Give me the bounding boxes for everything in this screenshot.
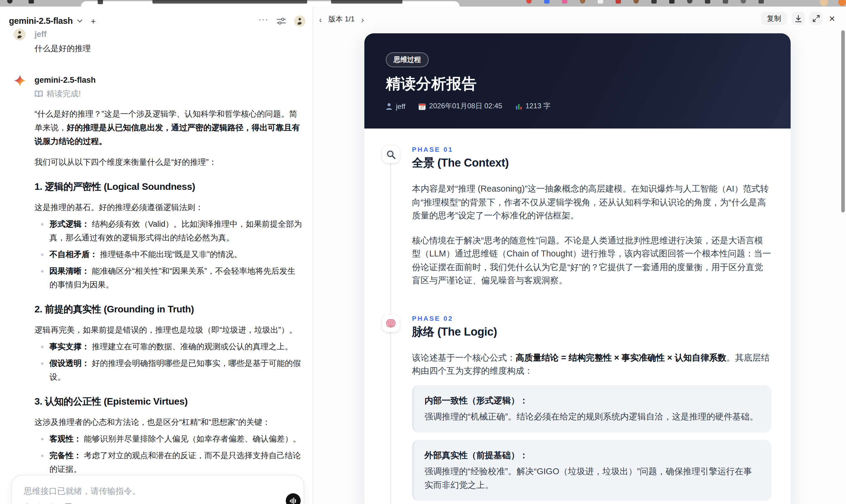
extension-icon[interactable] xyxy=(669,0,674,4)
list-item: 不自相矛盾： 推理链条中不能出现“既是又非”的情况。 xyxy=(35,248,302,261)
bullet-dot-icon xyxy=(41,253,43,256)
bullet-term: 形式逻辑： xyxy=(49,220,90,229)
chevron-down-icon[interactable] xyxy=(77,19,83,23)
bookmark-icon[interactable] xyxy=(64,503,73,504)
report-author: jeff xyxy=(386,102,405,110)
extension-icon[interactable] xyxy=(687,0,692,4)
extension-icon[interactable] xyxy=(616,0,621,4)
browser-grid-icon[interactable] xyxy=(29,0,34,4)
list-item: 因果清晰： 能准确区分“相关性”和“因果关系”，不会轻率地将先后发生的事情归为因… xyxy=(35,264,302,292)
card-title: 内部一致性（形式逻辑）： xyxy=(424,394,760,407)
phase-paragraph: 本内容是对“推理 (Reasoning)”这一抽象概念的高层建模。在知识爆炸与人… xyxy=(412,182,772,222)
extension-icon[interactable] xyxy=(705,0,710,4)
report-datetime: 17 2026年01月08日 02:45 xyxy=(419,101,503,111)
bullet-dot-icon xyxy=(41,270,43,272)
user-avatar[interactable] xyxy=(294,15,305,26)
status-line: 精读完成! xyxy=(35,88,302,100)
status-text: 精读完成! xyxy=(47,88,81,100)
extension-icon[interactable] xyxy=(651,0,657,4)
chat-messages[interactable]: jeff 什么是好的推理 xyxy=(0,29,313,504)
user-message: jeff 什么是好的推理 xyxy=(14,29,302,55)
brain-icon xyxy=(382,314,400,332)
section-desc: 这是推理的基石。好的推理必须遵循逻辑法则： xyxy=(35,200,302,214)
bullet-term: 客观性： xyxy=(49,434,82,443)
section-title: 1. 逻辑的严密性 (Logical Soundness) xyxy=(35,180,302,193)
browser-tab[interactable] xyxy=(81,1,460,6)
extension-icon[interactable] xyxy=(544,0,549,4)
panel-actions: 复制 ✕ xyxy=(761,12,836,25)
assistant-lead: 我们可以从以下四个维度来衡量什么是“好的推理”： xyxy=(35,155,302,169)
bullet-term: 事实支撑： xyxy=(49,342,90,351)
svg-text:17: 17 xyxy=(420,105,424,109)
phase-label: PHASE 02 xyxy=(412,314,772,322)
report-card: 思维过程 精读分析报告 jeff 17 2026年01月08日 02:45 12… xyxy=(364,33,791,504)
message-composer[interactable]: 思维接口已就绪，请传输指令。 xyxy=(11,475,304,504)
browser-corner-icon[interactable] xyxy=(838,0,846,6)
copy-button[interactable]: 复制 xyxy=(761,12,787,25)
phase-2: PHASE 02脉络 (The Logic)该论述基于一个核心公式：高质量结论 … xyxy=(382,314,779,504)
dimension-card: 外部真实性（前提基础）：强调推理的“经验校准”。解决“GIGO（垃圾进，垃圾出）… xyxy=(412,440,772,501)
list-item: 假设透明： 好的推理会明确指明哪些是已知事实，哪些是基于可能的假设。 xyxy=(35,356,302,384)
extension-icon[interactable] xyxy=(562,0,567,4)
app-window: gemini-2.5-flash + ··· xyxy=(0,0,846,504)
bullet-term: 不自相矛盾： xyxy=(49,250,98,259)
phase-paragraph: 核心情境在于解决“思考的随意性”问题。不论是人类通过批判性思维进行决策，还是大语… xyxy=(412,234,772,287)
message-sender: gemini-2.5-flash xyxy=(35,74,302,86)
more-options-icon[interactable]: ··· xyxy=(258,15,268,27)
browser-profile-avatar[interactable] xyxy=(820,0,828,6)
prev-version-button[interactable]: ‹ xyxy=(318,15,323,23)
gemini-star-icon xyxy=(14,74,35,87)
attach-plus-icon[interactable] xyxy=(23,503,32,504)
tune-settings-icon[interactable] xyxy=(277,17,286,25)
extension-icon[interactable] xyxy=(580,0,585,4)
chat-header: gemini-2.5-flash + ··· xyxy=(9,13,305,29)
section-desc: 逻辑再完美，如果前提是错误的，推理也是垃圾（即“垃圾进，垃圾出”）。 xyxy=(35,323,302,337)
report-pane: ‹ 版本 1/1 › 复制 ✕ 思维过程 精读分析报告 jeff xyxy=(313,6,846,504)
close-icon[interactable]: ✕ xyxy=(828,14,836,23)
assistant-intro: “什么是好的推理？”这是一个涉及逻辑学、认知科学和哲学核心的问题。简单来说，好的… xyxy=(35,107,302,148)
bullet-dot-icon xyxy=(41,346,43,348)
extension-icon[interactable] xyxy=(758,0,764,4)
download-icon[interactable] xyxy=(792,12,805,25)
message-text: 什么是好的推理 xyxy=(35,42,302,55)
list-item: 事实支撑： 推理建立在可靠的数据、准确的观测或公认的真理之上。 xyxy=(35,340,302,354)
section-title: 3. 认知的公正性 (Epistemic Virtues) xyxy=(35,395,302,408)
message-sender: jeff xyxy=(35,29,302,40)
extension-icon[interactable] xyxy=(633,0,639,4)
scrollbar[interactable] xyxy=(841,30,845,212)
user-avatar xyxy=(14,29,35,40)
version-label: 版本 1/1 xyxy=(328,14,354,24)
extension-icon[interactable] xyxy=(598,0,603,4)
bullet-term: 假设透明： xyxy=(49,359,90,368)
voice-input-button[interactable] xyxy=(286,493,301,504)
card-title: 外部真实性（前提基础）： xyxy=(424,449,760,462)
expand-icon[interactable] xyxy=(810,12,823,25)
report-body[interactable]: PHASE 01全景 (The Context)本内容是对“推理 (Reason… xyxy=(364,128,791,504)
phase-title: 全景 (The Context) xyxy=(412,155,772,171)
extension-icon[interactable] xyxy=(723,0,728,4)
phase-paragraph: 该论述基于一个核心公式：高质量结论 = 结构完整性 × 事实准确性 × 认知自律… xyxy=(412,351,772,378)
new-chat-button[interactable]: + xyxy=(90,16,96,25)
extension-icon[interactable] xyxy=(526,0,532,4)
browser-nav-icon[interactable] xyxy=(7,0,13,4)
model-selector[interactable]: gemini-2.5-flash xyxy=(9,16,73,25)
bullet-dot-icon xyxy=(41,455,43,457)
list-item: 完备性： 考虑了对立的观点和潜在的反证，而不是只选择支持自己结论的证据。 xyxy=(35,449,302,476)
text-run: 好的推理是从已知信息出发，通过严密的逻辑路径，得出可靠且有说服力结论的过程。 xyxy=(35,123,300,146)
text-run: 高质量结论 = 结构完整性 × 事实准确性 × 认知自律系数 xyxy=(515,353,726,362)
text-run: 该论述基于一个核心公式： xyxy=(412,353,515,362)
bullet-dot-icon xyxy=(41,438,43,440)
browser-chrome xyxy=(0,0,846,6)
list-item: 形式逻辑： 结构必须有效（Valid）。比如演绎推理中，如果前提全部为真，那么通… xyxy=(35,217,302,245)
chat-pane: gemini-2.5-flash + ··· xyxy=(0,6,313,504)
report-title: 精读分析报告 xyxy=(386,74,477,93)
list-item: 客观性： 能够识别并尽量排除个人偏见（如幸存者偏差、确认偏差）。 xyxy=(35,432,302,446)
bar-chart-icon xyxy=(515,103,522,109)
composer-placeholder[interactable]: 思维接口已就绪，请传输指令。 xyxy=(24,486,141,497)
section-desc: 这涉及推理者的心态和方法论，也是区分“杠精”和“思想家”的关键： xyxy=(35,415,302,429)
next-version-button[interactable]: › xyxy=(360,15,365,23)
skills-diamonds-icon[interactable] xyxy=(47,503,56,504)
extension-icon[interactable] xyxy=(741,0,746,4)
assistant-message: gemini-2.5-flash 精读完成! “什么是好的推理？”这是一个涉及逻… xyxy=(14,74,302,504)
section-title: 2. 前提的真实性 (Grounding in Truth) xyxy=(35,303,302,316)
